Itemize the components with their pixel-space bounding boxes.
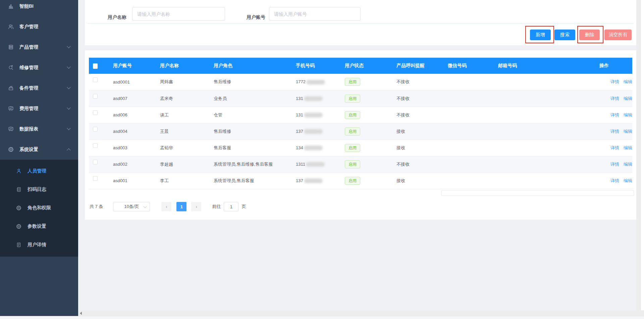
notify-cell: 接收 [392,172,444,189]
users-icon [8,23,14,30]
table-row: asd0001周炜鑫售后维修1772启用不接收详情编辑 [89,74,632,90]
sidebar-item-费用管理[interactable]: 费用管理 [0,98,78,119]
row-checkbox[interactable] [93,127,98,131]
table-row: asd006谈工仓管131启用不接收详情编辑 [89,107,632,123]
select-all-checkbox[interactable] [93,63,98,69]
add-button[interactable]: 新增 [530,30,551,40]
prev-page-button[interactable]: ‹ [161,202,171,211]
notify-cell: 不接收 [392,107,444,123]
sidebar-item-产品管理[interactable]: 产品管理 [0,37,78,57]
chevron-down-icon [67,65,70,68]
checkbox-cell [89,123,109,140]
delete-button[interactable]: 删除 [579,30,600,40]
email-cell [494,107,544,123]
role-cell: 系统管理员,售后客服 [210,172,292,189]
header-checkbox-cell [89,58,109,74]
row-checkbox[interactable] [93,77,98,82]
notify-cell: 不接收 [392,90,444,107]
pagination-total: 共 7 条 [90,204,103,210]
sidebar-item-数据报表[interactable]: 数据报表 [0,119,78,139]
phone-cell: 1772 [292,74,341,90]
status-badge: 启用 [345,95,360,103]
notebook-icon [16,187,22,193]
phone-redaction [304,178,323,183]
account-cell: asd007 [109,90,156,107]
filler-cell [544,74,595,90]
table-body: asd0001周炜鑫售后维修1772启用不接收详情编辑asd007孟米奇业务员1… [89,74,632,189]
column-header-用户名称: 用户名称 [156,58,210,74]
gear-icon [16,205,22,211]
row-checkbox[interactable] [93,176,98,181]
edit-link[interactable]: 编辑 [624,129,632,134]
horizontal-scrollbar[interactable] [78,310,644,316]
next-page-button[interactable]: › [191,202,201,211]
status-cell: 启用 [341,90,392,107]
phone-redaction [304,129,323,134]
chevron-down-icon [67,85,70,89]
user-name-input[interactable] [132,7,225,21]
sidebar-item-智能BI[interactable]: 智能BI [0,0,78,16]
role-cell: 业务员 [210,90,292,107]
status-cell: 启用 [341,74,392,90]
detail-link[interactable]: 详情 [610,79,619,84]
sidebar-subitem-人员管理[interactable]: 人员管理 [0,162,78,180]
detail-link[interactable]: 详情 [610,162,619,167]
account-cell: asd0001 [109,74,156,90]
edit-link[interactable]: 编辑 [624,162,632,167]
goto-page-input[interactable] [224,202,238,211]
sidebar-subitem-用户详情[interactable]: 用户详情 [0,235,78,254]
table-row: asd002李超越系统管理员,售后维修,售后客服1311启用不接收详情编辑 [89,156,632,172]
current-page-button[interactable]: 1 [176,202,186,211]
chevron-down-icon [67,126,70,130]
goto-label: 前往 [212,204,221,210]
vertical-scrollbar[interactable] [636,0,641,310]
column-header-操作: 操作 [595,58,632,74]
detail-link[interactable]: 详情 [610,112,619,117]
account-cell: asd001 [109,172,156,189]
sidebar-item-客户管理[interactable]: 客户管理 [0,16,78,37]
edit-link[interactable]: 编辑 [624,79,632,84]
column-header-用户角色: 用户角色 [210,58,292,74]
edit-link[interactable]: 编辑 [624,96,632,101]
detail-link[interactable]: 详情 [610,96,619,101]
status-badge: 启用 [345,78,360,86]
name-cell: 周炜鑫 [156,74,210,90]
user-account-input[interactable] [269,7,361,21]
actions-cell: 详情编辑 [595,156,632,172]
phone-redaction [306,162,325,167]
table-row: asd003孟铅华售后客服134启用接收详情编辑 [89,140,632,156]
name-cell: 谈工 [156,107,210,123]
status-cell: 启用 [341,156,392,172]
clear-all-button[interactable]: 清空所有 [604,30,632,40]
divider [88,23,634,24]
page-size-select[interactable]: 10条/页 [113,202,150,211]
name-cell: 孟铅华 [156,140,210,156]
sidebar-item-维修管理[interactable]: 维修管理 [0,57,78,78]
detail-link[interactable]: 详情 [610,145,619,150]
search-button[interactable]: 搜索 [554,30,575,40]
filler-cell [544,90,595,107]
row-checkbox[interactable] [93,143,98,148]
detail-link[interactable]: 详情 [610,178,619,183]
status-cell: 启用 [341,172,392,189]
sidebar-item-备件管理[interactable]: 备件管理 [0,78,78,98]
user-table: 用户账号用户名称用户角色手机号码用户状态产品呼叫提醒微信号码邮箱号码操作 asd… [89,58,632,189]
row-checkbox[interactable] [93,160,98,164]
filler-cell [544,172,595,189]
actions-cell: 详情编辑 [595,172,632,189]
role-cell: 仓管 [210,107,292,123]
phone-cell: 137 [292,172,341,189]
detail-link[interactable]: 详情 [610,129,619,134]
name-cell: 王晨 [156,123,210,140]
edit-link[interactable]: 编辑 [624,112,632,117]
sidebar-subitem-角色和权限[interactable]: 角色和权限 [0,199,78,217]
sidebar-subitem-扫码日志[interactable]: 扫码日志 [0,180,78,199]
sidebar-item-系统设置[interactable]: 系统设置 [0,139,78,160]
column-header-用户账号: 用户账号 [109,58,156,74]
sidebar-subitem-参数设置[interactable]: 参数设置 [0,217,78,235]
edit-link[interactable]: 编辑 [624,178,632,183]
row-checkbox[interactable] [93,110,98,115]
phone-cell: 131 [292,107,341,123]
edit-link[interactable]: 编辑 [624,145,632,150]
row-checkbox[interactable] [93,94,98,99]
